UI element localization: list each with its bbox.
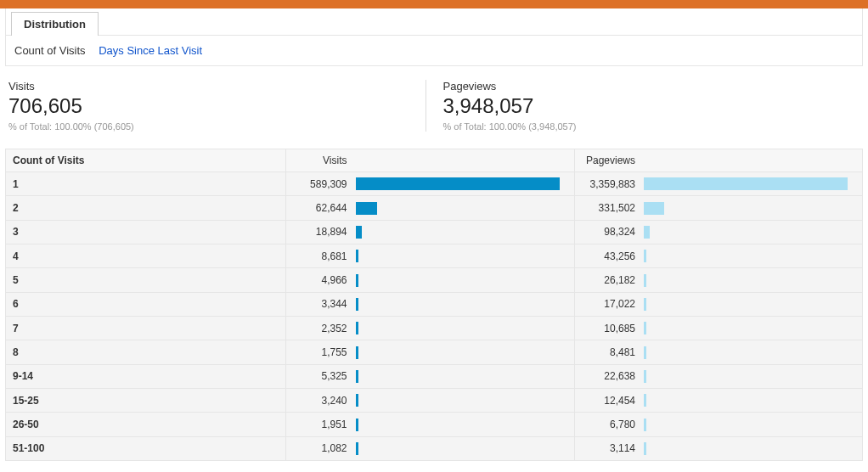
table-row: 54,96626,182 (6, 268, 863, 292)
cell-visits: 1,951 (286, 413, 354, 436)
cell-pageviews: 6,780 (574, 413, 642, 436)
cell-pageviews-bar (642, 316, 863, 340)
cell-bucket: 4 (6, 244, 286, 267)
cell-pageviews-bar (642, 364, 863, 388)
cell-visits: 589,309 (286, 172, 354, 196)
summary-pageviews: Pageviews 3,948,057 % of Total: 100.00% … (426, 80, 860, 132)
cell-pageviews-bar (642, 436, 863, 460)
table-row: 318,89498,324 (6, 220, 863, 244)
tab-container: Distribution Count of Visits Days Since … (5, 8, 863, 66)
cell-pageviews: 17,022 (574, 292, 642, 316)
cell-bucket: 7 (6, 316, 286, 340)
header-visits[interactable]: Visits (286, 149, 354, 172)
top-nav-bar (0, 0, 868, 8)
metric-label-pageviews: Pageviews (443, 80, 826, 93)
cell-pageviews-bar (642, 196, 863, 220)
table-row: 9-145,32522,638 (6, 364, 863, 388)
metric-label-visits: Visits (8, 80, 392, 93)
distribution-table: Count of Visits Visits Pageviews 1589,30… (5, 149, 863, 461)
cell-visits: 8,681 (286, 244, 354, 267)
cell-visits-bar (354, 388, 575, 412)
cell-visits-bar (354, 292, 575, 316)
cell-bucket: 26-50 (6, 413, 286, 436)
cell-pageviews: 3,114 (574, 436, 642, 460)
cell-visits-bar (354, 340, 575, 364)
cell-visits-bar (354, 196, 575, 220)
cell-visits: 2,352 (286, 316, 354, 340)
cell-visits-bar (354, 364, 575, 388)
table-row: 15-253,24012,454 (6, 388, 863, 412)
cell-visits: 4,966 (286, 268, 354, 292)
cell-bucket: 2 (6, 196, 286, 220)
cell-bucket: 1 (6, 172, 286, 196)
cell-visits-bar (354, 220, 575, 244)
cell-visits: 62,644 (286, 196, 354, 220)
cell-pageviews-bar (642, 244, 863, 267)
metric-value-visits: 706,605 (8, 94, 392, 118)
cell-pageviews-bar (642, 340, 863, 364)
cell-bucket: 15-25 (6, 388, 286, 412)
cell-bucket: 8 (6, 340, 286, 364)
table-row: 1589,3093,359,883 (6, 172, 863, 196)
summary-visits: Visits 706,605 % of Total: 100.00% (706,… (8, 80, 426, 132)
table-row: 51-1001,0823,114 (6, 436, 863, 460)
cell-visits-bar (354, 268, 575, 292)
subtab-row: Count of Visits Days Since Last Visit (6, 36, 862, 65)
cell-visits: 5,325 (286, 364, 354, 388)
cell-visits-bar (354, 172, 575, 196)
cell-visits-bar (354, 413, 575, 436)
cell-visits: 1,755 (286, 340, 354, 364)
cell-pageviews-bar (642, 268, 863, 292)
cell-bucket: 6 (6, 292, 286, 316)
cell-bucket: 51-100 (6, 436, 286, 460)
table-row: 48,68143,256 (6, 244, 863, 267)
metric-value-pageviews: 3,948,057 (443, 94, 826, 118)
subtab-days-since-last-visit[interactable]: Days Since Last Visit (99, 44, 202, 57)
cell-visits: 3,344 (286, 292, 354, 316)
cell-bucket: 3 (6, 220, 286, 244)
table-row: 26-501,9516,780 (6, 413, 863, 436)
header-visits-bar (354, 149, 575, 172)
cell-pageviews-bar (642, 413, 863, 436)
header-pageviews-bar (642, 149, 863, 172)
table-row: 81,7558,481 (6, 340, 863, 364)
cell-pageviews: 26,182 (574, 268, 642, 292)
cell-visits-bar (354, 316, 575, 340)
cell-visits-bar (354, 244, 575, 267)
cell-visits: 3,240 (286, 388, 354, 412)
subtab-count-of-visits[interactable]: Count of Visits (14, 44, 86, 57)
tab-distribution[interactable]: Distribution (11, 12, 99, 36)
metric-sub-visits: % of Total: 100.00% (706,605) (8, 121, 392, 132)
table-row: 72,35210,685 (6, 316, 863, 340)
cell-pageviews: 3,359,883 (574, 172, 642, 196)
metric-sub-pageviews: % of Total: 100.00% (3,948,057) (443, 121, 826, 132)
summary-row: Visits 706,605 % of Total: 100.00% (706,… (0, 66, 868, 140)
cell-pageviews: 22,638 (574, 364, 642, 388)
header-count[interactable]: Count of Visits (6, 149, 286, 172)
table-header-row: Count of Visits Visits Pageviews (6, 149, 863, 172)
tab-list: Distribution (6, 8, 862, 36)
cell-pageviews: 10,685 (574, 316, 642, 340)
cell-pageviews: 12,454 (574, 388, 642, 412)
cell-bucket: 9-14 (6, 364, 286, 388)
cell-visits: 1,082 (286, 436, 354, 460)
cell-pageviews-bar (642, 172, 863, 196)
table-row: 63,34417,022 (6, 292, 863, 316)
cell-pageviews-bar (642, 292, 863, 316)
cell-pageviews-bar (642, 220, 863, 244)
table-row: 262,644331,502 (6, 196, 863, 220)
cell-pageviews: 98,324 (574, 220, 642, 244)
cell-visits: 18,894 (286, 220, 354, 244)
cell-bucket: 5 (6, 268, 286, 292)
cell-pageviews: 331,502 (574, 196, 642, 220)
header-pageviews[interactable]: Pageviews (574, 149, 642, 172)
cell-visits-bar (354, 436, 575, 460)
cell-pageviews: 8,481 (574, 340, 642, 364)
cell-pageviews: 43,256 (574, 244, 642, 267)
cell-pageviews-bar (642, 388, 863, 412)
